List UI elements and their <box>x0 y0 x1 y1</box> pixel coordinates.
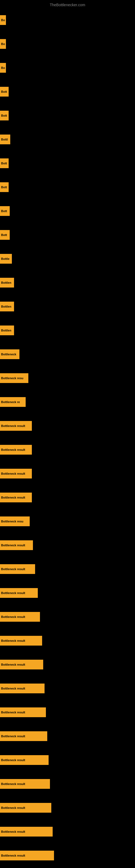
bar-row: Bo <box>0 56 135 80</box>
bar-item: Bottleneck result <box>0 564 35 574</box>
bar-label: Bottleneck resu <box>1 520 24 523</box>
bar-item: Bottleneck result <box>0 803 51 813</box>
bar-label: Bottleneck result <box>1 639 25 642</box>
bar-item: Bottleneck result <box>0 588 38 598</box>
bar-label: Bottleneck resu <box>1 376 24 380</box>
bar-item: Bottleneck result <box>0 779 50 789</box>
bar-item: Bottleneck result <box>0 421 32 431</box>
bar-label: Bottleneck result <box>1 711 25 714</box>
bar-row: Bottleneck result <box>0 653 135 677</box>
bar-label: Bottleneck result <box>1 854 25 857</box>
bar-label: Bottleneck result <box>1 567 25 571</box>
bars-container: BoBoBoBottBottBottlBottBottBottBottBottl… <box>0 8 135 867</box>
bar-item: Bottleneck <box>0 349 19 359</box>
bar-row: Bottleneck result <box>0 581 135 605</box>
bar-item: Bott <box>0 230 10 240</box>
bar-label: Bottleneck result <box>1 663 25 666</box>
bar-row: Bottle <box>0 247 135 271</box>
bar-item: Bottleneck result <box>0 612 40 622</box>
bar-label: Bo <box>1 42 5 45</box>
bar-row: Bottleneck <box>0 342 135 366</box>
bar-row: Bottlen <box>0 294 135 318</box>
bar-item: Bottleneck result <box>0 445 32 455</box>
bar-item: Bott <box>0 87 9 97</box>
bar-row: Bott <box>0 80 135 104</box>
bar-item: Bo <box>0 15 6 25</box>
bar-label: Bo <box>1 66 5 69</box>
bar-item: Bottlen <box>0 278 14 287</box>
bar-item: Bottleneck result <box>0 850 54 860</box>
bar-item: Bottleneck result <box>0 731 47 741</box>
bar-label: Bottleneck result <box>1 544 25 547</box>
bar-item: Bottleneck result <box>0 827 53 837</box>
bar-item: Bottleneck result <box>0 540 33 550</box>
bar-label: Bottlen <box>1 305 11 308</box>
bar-row: Bottleneck result <box>0 724 135 748</box>
bar-row: Bottleneck result <box>0 796 135 820</box>
bar-row: Bottl <box>0 127 135 151</box>
bar-item: Bottlen <box>0 302 14 311</box>
bar-label: Bottleneck result <box>1 758 25 762</box>
bar-row: Bottleneck result <box>0 820 135 844</box>
bar-label: Bottl <box>1 138 8 141</box>
bar-row: Bottleneck result <box>0 748 135 772</box>
bar-row: Bo <box>0 8 135 32</box>
bar-row: Bottleneck result <box>0 629 135 653</box>
bar-label: Bott <box>1 90 7 93</box>
bar-item: Bottle <box>0 254 12 264</box>
bar-row: Bott <box>0 175 135 199</box>
bar-label: Bottleneck result <box>1 687 25 690</box>
bar-item: Bottl <box>0 134 10 144</box>
bar-label: Bottleneck result <box>1 830 25 833</box>
bar-row: Bo <box>0 32 135 56</box>
bar-row: Bottleneck resu <box>0 366 135 390</box>
bar-row: Bottleneck result <box>0 677 135 701</box>
bar-label: Bott <box>1 186 7 189</box>
bar-label: Bott <box>1 233 7 237</box>
bar-label: Bottleneck <box>1 352 16 356</box>
bar-label: Bottleneck result <box>1 782 25 785</box>
bar-row: Bottleneck result <box>0 701 135 724</box>
bar-row: Bottleneck resu <box>0 509 135 533</box>
bar-row: Bottleneck result <box>0 605 135 629</box>
bar-row: Bottleneck result <box>0 438 135 462</box>
bar-item: Bott <box>0 182 9 192</box>
bar-label: Bo <box>1 19 5 22</box>
bar-label: Bottleneck result <box>1 496 25 499</box>
bar-row: Bottleneck result <box>0 772 135 796</box>
bar-item: Bottleneck re <box>0 397 26 407</box>
bar-row: Bottleneck result <box>0 414 135 438</box>
bar-item: Bottleneck result <box>0 684 45 693</box>
bar-item: Bottleneck result <box>0 636 42 646</box>
bar-label: Bottleneck result <box>1 591 25 595</box>
bar-row: Bottleneck result <box>0 486 135 509</box>
bar-label: Bottleneck result <box>1 448 25 452</box>
bar-row: Bott <box>0 104 135 127</box>
bar-row: Bottleneck result <box>0 462 135 486</box>
bar-label: Bott <box>1 114 7 117</box>
bar-row: Bott <box>0 199 135 223</box>
bar-item: Bottleneck result <box>0 707 46 717</box>
bar-label: Bottleneck result <box>1 806 25 809</box>
bar-row: Bott <box>0 151 135 175</box>
bar-item: Bottleneck result <box>0 469 32 478</box>
bar-label: Bottlen <box>1 329 11 332</box>
bar-item: Bott <box>0 158 9 168</box>
bar-row: Bottleneck re <box>0 390 135 414</box>
bar-label: Bottleneck result <box>1 615 25 618</box>
bar-item: Bottleneck result <box>0 660 43 670</box>
bar-item: Bottleneck resu <box>0 517 30 526</box>
bar-label: Bottle <box>1 257 9 260</box>
bar-item: Bott <box>0 111 9 120</box>
bar-row: Bottlen <box>0 271 135 294</box>
bar-item: Bottleneck result <box>0 493 32 502</box>
bar-row: Bottleneck result <box>0 533 135 557</box>
bar-row: Bottlen <box>0 318 135 342</box>
bar-row: Bott <box>0 223 135 247</box>
bar-item: Bottleneck resu <box>0 373 28 383</box>
bar-label: Bott <box>1 162 7 165</box>
bar-item: Bo <box>0 39 6 49</box>
bar-label: Bottleneck re <box>1 400 20 404</box>
bar-item: Bott <box>0 206 10 216</box>
bar-item: Bottleneck result <box>0 755 49 765</box>
